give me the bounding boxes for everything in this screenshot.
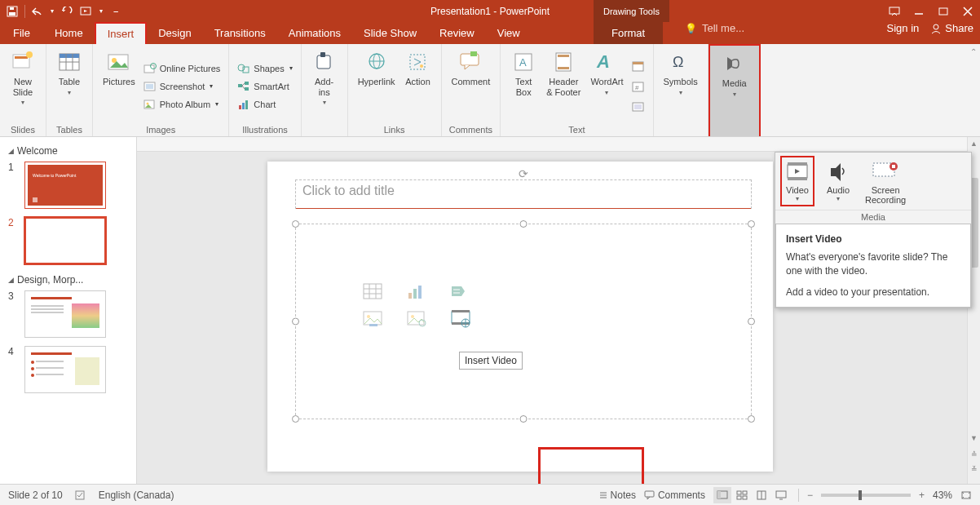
content-placeholder[interactable]: Insert Video — [295, 224, 752, 419]
collapse-ribbon-icon[interactable]: ⌃ — [970, 47, 977, 56]
smartart-button[interactable]: SmartArt — [236, 78, 294, 95]
media-dropdown-popup: Video ▾ Audio ▾ Screen Recording Media I… — [775, 152, 972, 308]
slide-number-button[interactable]: # — [630, 78, 647, 95]
tab-view[interactable]: View — [486, 22, 532, 44]
photo-album-button[interactable]: Photo Album▾ — [142, 95, 223, 113]
insert-online-pictures-shortcut[interactable] — [405, 309, 428, 329]
screen-recording-menu-item[interactable]: Screen Recording — [862, 156, 909, 206]
new-slide-button[interactable]: New Slide ▾ — [7, 47, 39, 125]
close-icon[interactable] — [956, 0, 980, 22]
date-time-button[interactable] — [630, 57, 647, 75]
start-from-beginning-icon[interactable] — [77, 2, 95, 20]
slide-sorter-view-icon[interactable] — [733, 487, 751, 503]
reading-view-icon[interactable] — [753, 487, 770, 503]
view-buttons — [713, 487, 790, 503]
qat-customize-icon[interactable]: ‒ — [107, 2, 125, 20]
minimize-icon[interactable] — [907, 0, 931, 22]
online-pictures-button[interactable]: Online Pictures — [142, 60, 223, 78]
object-icon — [632, 101, 645, 113]
resize-handle[interactable] — [292, 318, 299, 326]
qat-dropdown-icon[interactable]: ▾ — [97, 2, 105, 20]
resize-handle[interactable] — [520, 415, 528, 423]
zoom-slider-thumb[interactable] — [859, 490, 862, 500]
wordart-button[interactable]: A WordArt ▾ — [587, 47, 626, 125]
scroll-down-icon[interactable]: ▼ — [968, 432, 980, 445]
video-menu-item[interactable]: Video ▾ — [780, 156, 814, 206]
tab-slideshow[interactable]: Slide Show — [352, 22, 428, 44]
maximize-icon[interactable] — [931, 0, 956, 22]
language-label[interactable]: English (Canada) — [99, 489, 174, 501]
insert-smartart-shortcut[interactable] — [449, 281, 472, 301]
fit-to-window-icon[interactable] — [960, 490, 972, 500]
thumb-slide-2[interactable] — [24, 217, 106, 264]
tab-file[interactable]: File — [0, 22, 43, 44]
rotate-handle-icon[interactable]: ⟳ — [519, 167, 528, 180]
zoom-out-button[interactable]: − — [807, 489, 813, 501]
tab-insert[interactable]: Insert — [95, 22, 148, 44]
previous-slide-icon[interactable]: ≙ — [968, 448, 980, 461]
resize-handle[interactable] — [748, 415, 755, 423]
zoom-slider[interactable] — [821, 494, 911, 497]
zoom-level-label[interactable]: 43% — [933, 489, 952, 501]
sign-in-link[interactable]: Sign in — [887, 22, 920, 34]
section-design[interactable]: ◢Design, Morp... — [0, 271, 136, 289]
spellcheck-icon[interactable] — [74, 489, 87, 501]
screenshot-button[interactable]: Screenshot▾ — [142, 78, 223, 95]
resize-handle[interactable] — [748, 318, 755, 326]
svg-text:Ω: Ω — [673, 54, 683, 70]
redo-icon[interactable] — [58, 2, 76, 20]
ribbon-display-options-icon[interactable] — [882, 0, 907, 22]
notes-toggle[interactable]: Notes — [598, 489, 636, 501]
resize-handle[interactable] — [748, 220, 755, 228]
insert-pictures-shortcut[interactable] — [361, 309, 384, 329]
scroll-up-icon[interactable]: ▲ — [968, 137, 980, 150]
tab-design[interactable]: Design — [147, 22, 202, 44]
next-slide-icon[interactable]: ≚ — [968, 463, 980, 476]
thumb-slide-4[interactable] — [24, 346, 106, 393]
tell-me-search[interactable]: 💡 Tell me... — [685, 22, 744, 34]
undo-dropdown-icon[interactable]: ▾ — [48, 2, 56, 20]
addins-button[interactable]: Add- ins ▾ — [308, 47, 341, 135]
tab-animations[interactable]: Animations — [277, 22, 352, 44]
hyperlink-button[interactable]: Hyperlink — [355, 47, 399, 125]
zoom-in-button[interactable]: + — [919, 489, 925, 501]
svg-rect-11 — [15, 56, 28, 59]
group-slides: New Slide ▾ Slides — [0, 44, 46, 136]
action-button[interactable]: Action — [402, 47, 435, 125]
section-welcome[interactable]: ◢Welcome — [0, 142, 136, 160]
title-placeholder[interactable]: Click to add title ⟳ — [295, 179, 752, 209]
resize-handle[interactable] — [292, 415, 299, 423]
media-button[interactable]: Media ▾ — [718, 49, 751, 135]
save-icon[interactable] — [3, 2, 21, 20]
resize-handle[interactable] — [520, 220, 528, 228]
tab-format[interactable]: Format — [594, 22, 663, 44]
chevron-down-icon: ▾ — [323, 99, 326, 106]
comment-button[interactable]: Comment — [448, 47, 494, 125]
chart-button[interactable]: Chart — [236, 95, 294, 113]
thumb-slide-3[interactable] — [24, 290, 106, 338]
slide-position-label[interactable]: Slide 2 of 10 — [8, 489, 63, 501]
object-button[interactable] — [630, 98, 647, 116]
tab-home[interactable]: Home — [43, 22, 95, 44]
audio-menu-item[interactable]: Audio ▾ — [821, 156, 855, 206]
tab-review[interactable]: Review — [428, 22, 486, 44]
slideshow-view-icon[interactable] — [772, 487, 790, 503]
insert-video-shortcut[interactable] — [449, 309, 472, 329]
resize-handle[interactable] — [292, 220, 299, 228]
text-box-button[interactable]: A Text Box — [507, 47, 540, 125]
shapes-button[interactable]: Shapes▾ — [236, 60, 294, 78]
comments-toggle[interactable]: Comments — [644, 489, 705, 501]
insert-table-shortcut[interactable] — [361, 281, 384, 301]
slide-canvas[interactable]: Click to add title ⟳ — [267, 162, 773, 472]
insert-chart-shortcut[interactable] — [405, 281, 428, 301]
thumb-slide-1[interactable]: Welcome to PowerPoint — [24, 162, 106, 209]
tab-transitions[interactable]: Transitions — [203, 22, 277, 44]
undo-icon[interactable] — [29, 2, 46, 20]
pictures-button[interactable]: Pictures — [99, 47, 139, 125]
normal-view-icon[interactable] — [713, 487, 731, 503]
table-button[interactable]: Table ▾ — [53, 47, 86, 125]
symbols-button[interactable]: Ω Symbols ▾ — [660, 47, 701, 135]
share-button[interactable]: Share — [930, 22, 973, 34]
screenshot-icon — [143, 80, 157, 93]
header-footer-button[interactable]: Header & Footer — [543, 47, 584, 125]
